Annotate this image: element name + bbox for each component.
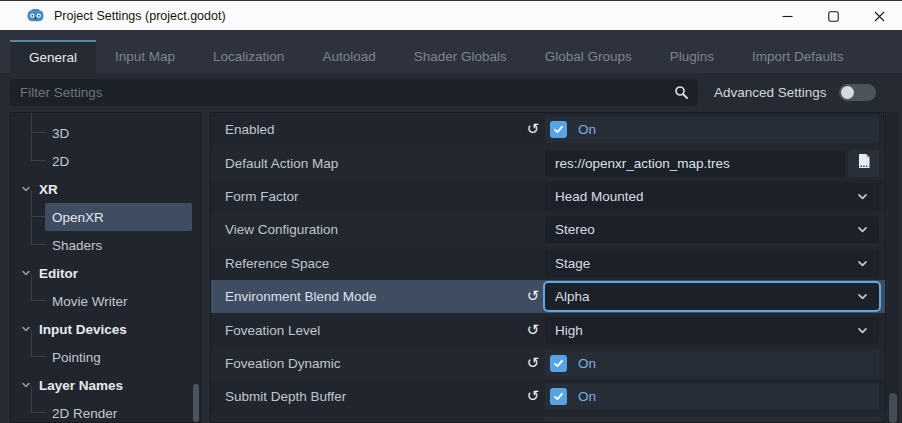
setting-label: View Configuration bbox=[225, 222, 545, 237]
tab-shader-globals[interactable]: Shader Globals bbox=[395, 40, 526, 73]
search-icon bbox=[674, 85, 689, 104]
submit-depth-buffer-checkbox-field[interactable]: On bbox=[545, 383, 879, 410]
titlebar: Project Settings (project.godot) bbox=[0, 0, 902, 30]
checkbox-checked-icon[interactable] bbox=[550, 355, 567, 372]
checkbox-state-label: On bbox=[578, 356, 596, 371]
chevron-down-icon bbox=[856, 324, 869, 337]
chevron-down-icon[interactable] bbox=[21, 324, 31, 334]
setting-row-foveation-dynamic: Foveation Dynamic ↺ On bbox=[211, 347, 885, 380]
sidebar-item-pointing[interactable]: Pointing bbox=[11, 343, 200, 371]
chevron-down-icon[interactable] bbox=[21, 268, 31, 278]
tab-input-map[interactable]: Input Map bbox=[96, 40, 194, 73]
toggle-knob bbox=[841, 86, 854, 99]
revert-icon[interactable]: ↺ bbox=[523, 356, 543, 371]
chevron-down-icon bbox=[856, 190, 869, 203]
sidebar-item-2d-render[interactable]: 2D Render bbox=[11, 399, 200, 423]
setting-row-view-configuration: View Configuration Stereo bbox=[211, 213, 885, 246]
maximize-button[interactable] bbox=[810, 1, 856, 31]
window-controls bbox=[764, 1, 902, 31]
environment-blend-mode-dropdown[interactable]: Alpha bbox=[545, 283, 879, 310]
godot-logo-icon bbox=[27, 7, 44, 24]
file-icon bbox=[857, 153, 871, 173]
revert-icon[interactable]: ↺ bbox=[523, 122, 543, 137]
setting-label: Default Action Map bbox=[225, 156, 545, 171]
setting-label: Environment Blend Mode bbox=[225, 289, 523, 304]
setting-row-enabled: Enabled ↺ On bbox=[211, 113, 885, 146]
checkbox-checked-icon[interactable] bbox=[550, 121, 567, 138]
setting-label: Form Factor bbox=[225, 189, 545, 204]
tree-guide-line bbox=[31, 190, 46, 217]
setting-row-foveation-level: Foveation Level ↺ High bbox=[211, 313, 885, 346]
close-button[interactable] bbox=[856, 1, 902, 31]
tree-guide-line bbox=[31, 218, 46, 245]
tree-guide-line bbox=[31, 134, 46, 161]
setting-label: Enabled bbox=[225, 122, 523, 137]
window-title: Project Settings (project.godot) bbox=[54, 9, 226, 23]
checkbox-state-label: On bbox=[578, 122, 596, 137]
chevron-down-icon[interactable] bbox=[21, 380, 31, 390]
search-input[interactable] bbox=[10, 79, 698, 106]
tree-scrollbar-thumb[interactable] bbox=[193, 384, 199, 422]
filter-input-wrap bbox=[10, 79, 698, 106]
tab-global-groups[interactable]: Global Groups bbox=[526, 40, 651, 73]
setting-row-environment-blend-mode: Environment Blend Mode ↺ Alpha bbox=[211, 280, 885, 313]
sidebar-item-2d[interactable]: 2D bbox=[11, 147, 200, 175]
action-map-path-input[interactable]: res://openxr_action_map.tres bbox=[545, 150, 845, 177]
tab-general[interactable]: General bbox=[10, 40, 96, 73]
sidebar-item-movie-writer[interactable]: Movie Writer bbox=[11, 287, 200, 315]
setting-label: Foveation Level bbox=[225, 323, 523, 338]
checkbox-checked-icon[interactable] bbox=[550, 388, 567, 405]
checkbox-state-label: On bbox=[578, 389, 596, 404]
setting-label: Reference Space bbox=[225, 256, 545, 271]
tree-guide-line bbox=[31, 330, 46, 357]
setting-row-form-factor: Form Factor Head Mounted bbox=[211, 180, 885, 213]
tab-import-defaults[interactable]: Import Defaults bbox=[733, 40, 863, 73]
file-picker-button[interactable] bbox=[848, 150, 879, 177]
chevron-down-icon bbox=[856, 257, 869, 270]
chevron-down-icon bbox=[856, 223, 869, 236]
tree-guide-line bbox=[31, 274, 46, 301]
setting-row-reference-space: Reference Space Stage bbox=[211, 247, 885, 280]
tree-guide-line bbox=[31, 112, 46, 133]
revert-icon[interactable]: ↺ bbox=[523, 389, 543, 404]
enabled-checkbox-field[interactable]: On bbox=[545, 116, 879, 143]
settings-inspector: Enabled ↺ On Default Action Map res://op… bbox=[210, 112, 886, 423]
settings-scrollbar[interactable] bbox=[887, 112, 899, 423]
chevron-down-icon bbox=[856, 290, 869, 303]
view-configuration-dropdown[interactable]: Stereo bbox=[545, 216, 879, 243]
filter-bar: Advanced Settings bbox=[0, 73, 902, 112]
form-factor-dropdown[interactable]: Head Mounted bbox=[545, 183, 879, 210]
foveation-level-dropdown[interactable]: High bbox=[545, 317, 879, 344]
tab-autoload[interactable]: Autoload bbox=[303, 40, 394, 73]
tab-bar: General Input Map Localization Autoload … bbox=[0, 30, 902, 73]
setting-label: Submit Depth Buffer bbox=[225, 389, 523, 404]
revert-icon[interactable]: ↺ bbox=[523, 289, 543, 304]
startup-alert-checkbox-field[interactable]: On bbox=[545, 417, 879, 423]
revert-icon[interactable]: ↺ bbox=[523, 323, 543, 338]
sidebar-item-shaders[interactable]: Shaders bbox=[11, 231, 200, 259]
setting-label: Foveation Dynamic bbox=[225, 356, 523, 371]
tab-plugins[interactable]: Plugins bbox=[651, 40, 733, 73]
settings-scrollbar-thumb[interactable] bbox=[889, 393, 897, 423]
setting-row-startup-alert: Startup Alert On bbox=[211, 414, 885, 423]
advanced-settings-toggle[interactable] bbox=[839, 84, 876, 101]
tab-localization[interactable]: Localization bbox=[194, 40, 303, 73]
setting-row-default-action-map: Default Action Map res://openxr_action_m… bbox=[211, 146, 885, 179]
chevron-down-icon[interactable] bbox=[21, 184, 31, 194]
settings-category-tree[interactable]: 3D 2D XR OpenXR Shaders Editor Movie Wri… bbox=[10, 112, 201, 423]
reference-space-dropdown[interactable]: Stage bbox=[545, 250, 879, 277]
advanced-settings-label: Advanced Settings bbox=[714, 85, 827, 100]
setting-row-submit-depth-buffer: Submit Depth Buffer ↺ On bbox=[211, 380, 885, 413]
minimize-button[interactable] bbox=[764, 1, 810, 31]
foveation-dynamic-checkbox-field[interactable]: On bbox=[545, 350, 879, 377]
tree-guide-line bbox=[31, 386, 46, 413]
